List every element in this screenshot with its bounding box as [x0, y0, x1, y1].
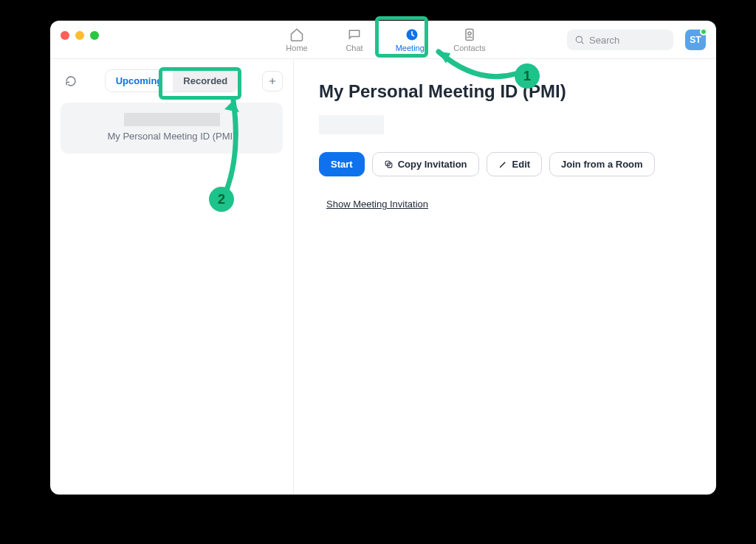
nav-contacts-label: Contacts — [453, 44, 485, 52]
tab-upcoming[interactable]: Upcoming — [106, 70, 173, 92]
maximize-window-icon[interactable] — [90, 31, 99, 40]
search-input[interactable]: Search — [567, 30, 673, 50]
home-icon — [289, 27, 304, 42]
svg-point-2 — [468, 32, 471, 35]
join-room-button[interactable]: Join from a Room — [549, 152, 655, 176]
chat-icon — [347, 27, 362, 42]
window-controls — [61, 31, 99, 40]
sidebar-controls: Upcoming Recorded — [61, 69, 283, 92]
minimize-window-icon[interactable] — [75, 31, 84, 40]
pencil-icon — [498, 159, 508, 169]
redacted-meeting-id — [319, 115, 384, 134]
plus-icon — [267, 76, 278, 86]
nav-contacts[interactable]: Contacts — [447, 21, 492, 58]
main-nav: Home Chat Meetings Contacts — [275, 21, 492, 58]
close-window-icon[interactable] — [61, 31, 69, 40]
avatar[interactable]: ST — [685, 30, 706, 50]
svg-point-3 — [576, 36, 582, 42]
nav-home[interactable]: Home — [275, 21, 319, 58]
presence-icon — [700, 28, 707, 35]
detail-pane: My Personal Meeting ID (PMI) Start Copy … — [294, 59, 716, 495]
meeting-item-label: My Personal Meeting ID (PMI) — [107, 131, 236, 142]
meeting-list-item[interactable]: My Personal Meeting ID (PMI) — [61, 103, 283, 154]
body: Upcoming Recorded My Personal Meeting ID… — [50, 59, 716, 495]
nav-chat-label: Chat — [346, 44, 362, 52]
refresh-button[interactable] — [61, 71, 81, 92]
edit-label: Edit — [512, 159, 531, 170]
search-icon — [574, 35, 585, 45]
titlebar: Home Chat Meetings Contacts Search ST — [50, 21, 716, 59]
show-invitation-link[interactable]: Show Meeting Invitation — [326, 199, 428, 210]
refresh-icon — [65, 75, 77, 87]
sidebar: Upcoming Recorded My Personal Meeting ID… — [50, 59, 294, 495]
copy-icon — [384, 159, 394, 169]
segment-control: Upcoming Recorded — [89, 69, 255, 92]
nav-meetings[interactable]: Meetings — [390, 21, 434, 58]
nav-home-label: Home — [286, 44, 307, 52]
clock-icon — [405, 27, 419, 42]
contacts-icon — [462, 27, 477, 42]
add-meeting-button[interactable] — [262, 71, 283, 92]
nav-meetings-label: Meetings — [396, 44, 429, 52]
search-placeholder: Search — [589, 35, 619, 46]
nav-chat[interactable]: Chat — [332, 21, 377, 58]
avatar-initials: ST — [690, 35, 701, 45]
action-bar: Start Copy Invitation Edit Join from a R… — [319, 152, 691, 176]
page-title: My Personal Meeting ID (PMI) — [319, 81, 691, 102]
copy-invitation-label: Copy Invitation — [398, 159, 467, 170]
redacted-id — [124, 113, 220, 126]
app-window: Home Chat Meetings Contacts Search ST — [50, 21, 716, 495]
start-button[interactable]: Start — [319, 152, 365, 176]
tab-recorded[interactable]: Recorded — [173, 70, 238, 92]
edit-button[interactable]: Edit — [487, 152, 543, 176]
copy-invitation-button[interactable]: Copy Invitation — [372, 152, 479, 176]
